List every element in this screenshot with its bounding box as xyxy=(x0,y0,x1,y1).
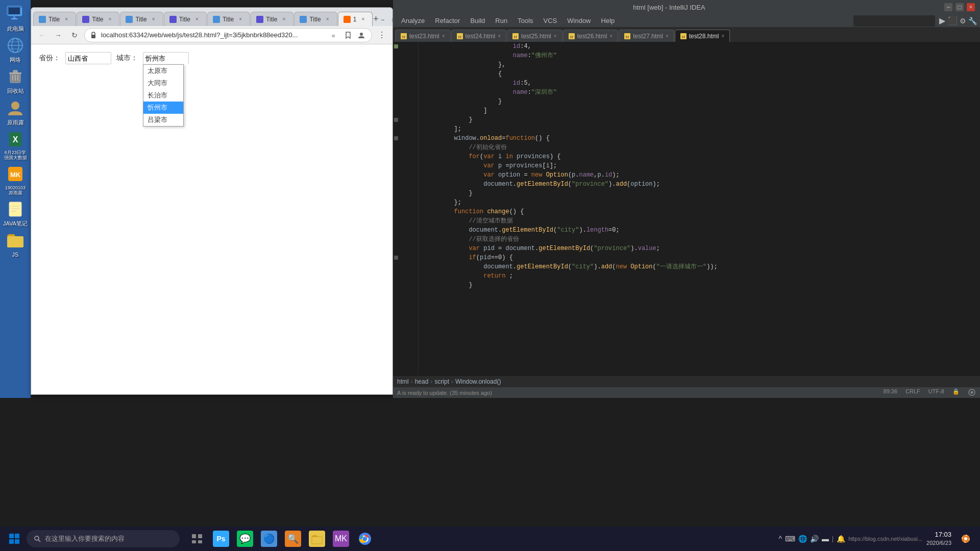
network-icon[interactable]: 🌐 xyxy=(798,535,807,543)
city-option-taiyuan[interactable]: 太原市 xyxy=(143,65,183,77)
browser-tab-5[interactable]: Title × xyxy=(207,12,250,26)
ide-tab-test23-close[interactable]: × xyxy=(442,33,445,39)
address-bar[interactable]: localhost:63342/web/web/js/test28.html?_… xyxy=(84,28,372,42)
translate-icon[interactable]: « xyxy=(330,30,340,40)
menu-analyze[interactable]: Analyze xyxy=(396,14,430,28)
svg-text:MK: MK xyxy=(10,171,21,179)
menu-build[interactable]: Build xyxy=(465,14,490,28)
ide-debug-btn[interactable]: ⬛ xyxy=(947,16,958,26)
ide-tab-test26[interactable]: H test26.html × xyxy=(563,30,619,42)
reload-button[interactable]: ↻ xyxy=(68,29,81,42)
ide-tab-test25[interactable]: H test25.html × xyxy=(507,30,562,42)
code-line: return ; xyxy=(425,271,980,281)
ide-profile-btn[interactable]: ⚙ xyxy=(960,16,966,26)
province-select[interactable]: 山西省 广东省 xyxy=(65,52,111,64)
menu-refactor[interactable]: Refactor xyxy=(430,14,465,28)
browser-tab-6[interactable]: Title × xyxy=(251,12,293,26)
ide-minimize[interactable]: − xyxy=(944,3,952,11)
browser-tab-7[interactable]: Title × xyxy=(294,12,337,26)
desktop-icon-notes[interactable]: JAVA笔记 xyxy=(3,199,28,227)
city-option-datong[interactable]: 大同市 xyxy=(143,77,183,89)
taskbar-settings-button[interactable] xyxy=(955,529,976,549)
city-option-xinzhou[interactable]: 忻州市 xyxy=(143,102,183,114)
ide-tab-test28[interactable]: H test28.html × xyxy=(675,30,730,42)
ide-close[interactable]: × xyxy=(967,3,975,11)
ide-settings-gear[interactable] xyxy=(968,388,976,397)
back-button[interactable]: ← xyxy=(35,29,48,42)
svg-rect-47 xyxy=(15,539,19,544)
tab-4-close[interactable]: × xyxy=(193,15,201,23)
desktop-icon-network[interactable]: 网络 xyxy=(3,35,28,63)
datetime-display[interactable]: 17:03 2020/6/23 xyxy=(926,530,951,547)
ide-maximize[interactable]: □ xyxy=(955,3,964,11)
start-button[interactable] xyxy=(4,529,24,549)
desktop-icon-recycle[interactable]: 回收站 xyxy=(3,66,28,94)
ide-tab-test28-close[interactable]: × xyxy=(721,33,724,39)
city-select[interactable]: 忻州市 xyxy=(143,52,189,64)
taskbar-search[interactable]: 在这里输入你要搜索的内容 xyxy=(27,530,180,547)
ide-tab-test25-close[interactable]: × xyxy=(554,33,557,39)
breadcrumb-head[interactable]: head xyxy=(415,378,429,385)
desktop-icon-java[interactable]: MK 19020103原雨露 xyxy=(3,164,28,196)
tab-6-close[interactable]: × xyxy=(280,15,288,23)
ide-tab-test24-close[interactable]: × xyxy=(498,33,501,39)
menu-help[interactable]: Help xyxy=(596,14,620,28)
taskbar-app-wechat[interactable]: 💬 xyxy=(234,528,256,550)
desktop-icon-excel[interactable]: X 6月23日学强国大数据 xyxy=(3,129,28,161)
account-icon[interactable] xyxy=(356,30,366,40)
browser-tab-3[interactable]: Title × xyxy=(120,12,163,26)
browser-tab-1[interactable]: Title × xyxy=(33,12,76,26)
tab-8-close[interactable]: × xyxy=(359,15,367,23)
blog-link[interactable]: https://blog.csdn.net/xiabusi... xyxy=(848,536,922,542)
desktop-icon-pc[interactable]: 此电脑 xyxy=(3,4,28,32)
bookmark-icon[interactable] xyxy=(343,30,353,40)
ide-tab-test24[interactable]: H test24.html × xyxy=(451,30,507,42)
taskbar-app-blue[interactable]: 🔵 xyxy=(258,528,280,550)
notification-icon[interactable]: 🔔 xyxy=(837,535,845,543)
browser-tab-4[interactable]: Title × xyxy=(164,12,207,26)
ide-tab-test27[interactable]: H test27.html × xyxy=(619,30,674,42)
taskbar-app-chrome[interactable] xyxy=(354,528,376,550)
forward-button[interactable]: → xyxy=(52,29,65,42)
new-tab-button[interactable]: + xyxy=(373,12,379,26)
ide-tab-test26-close[interactable]: × xyxy=(609,33,612,39)
code-content: id:4, name:"佛州市" }, { id:5, name:"深圳市" xyxy=(419,42,980,375)
minimize-button[interactable]: − xyxy=(379,16,387,24)
ide-tab-test23[interactable]: H test23.html × xyxy=(395,30,451,42)
taskbar-app-orange[interactable]: 🔍 xyxy=(282,528,304,550)
tab-3-close[interactable]: × xyxy=(150,15,158,23)
city-option-changzhi[interactable]: 长治市 xyxy=(143,89,183,102)
ide-code-editor[interactable]: id:4, name:"佛州市" }, { id:5, name:"深圳市" xyxy=(393,42,980,375)
taskbar-app-purple[interactable]: MK xyxy=(330,528,352,550)
ide-tab-test27-close[interactable]: × xyxy=(666,33,669,39)
tab-7-close[interactable]: × xyxy=(324,15,332,23)
browser-menu-button[interactable]: ⋮ xyxy=(375,29,388,42)
menu-run[interactable]: Run xyxy=(490,14,512,28)
desktop-icon-js[interactable]: JS xyxy=(3,230,28,258)
ide-encoding[interactable]: UTF-8 xyxy=(928,388,944,397)
ide-line-separator[interactable]: CRLF xyxy=(905,388,920,397)
browser-tab-2[interactable]: Title × xyxy=(77,12,119,26)
tab-1-close[interactable]: × xyxy=(62,15,70,23)
tab-5-close[interactable]: × xyxy=(236,15,244,23)
taskbar-app-explorer[interactable] xyxy=(306,528,328,550)
tab-2-close[interactable]: × xyxy=(106,15,114,23)
ide-cursor-position[interactable]: 89:36 xyxy=(884,388,898,397)
breadcrumb-script[interactable]: script xyxy=(434,378,449,385)
menu-tools[interactable]: Tools xyxy=(512,14,538,28)
breadcrumb-function[interactable]: Window.onload() xyxy=(455,378,501,385)
taskbar-app-taskview[interactable] xyxy=(186,528,208,550)
volume-icon[interactable]: 🔊 xyxy=(810,535,819,543)
desktop-icon-user[interactable]: 原雨露 xyxy=(3,98,28,126)
code-line: function change() { xyxy=(425,207,980,216)
menu-window[interactable]: Window xyxy=(562,14,596,28)
ide-settings-btn[interactable]: 🔧 xyxy=(968,16,977,26)
taskbar-app-photoshop[interactable]: Ps xyxy=(210,528,232,550)
keyboard-icon[interactable]: ⌨ xyxy=(785,535,795,543)
menu-vcs[interactable]: VCS xyxy=(538,14,562,28)
ide-run-btn[interactable]: ▶ xyxy=(939,16,945,26)
city-option-lvliang[interactable]: 吕梁市 xyxy=(143,114,183,126)
chevron-up-icon[interactable]: ^ xyxy=(778,535,782,543)
breadcrumb-html[interactable]: html xyxy=(397,378,409,385)
browser-tab-8[interactable]: 1 × xyxy=(338,12,373,26)
